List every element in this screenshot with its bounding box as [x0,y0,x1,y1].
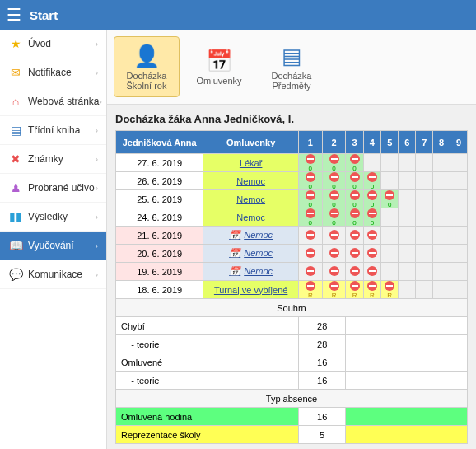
cell-empty [399,172,416,190]
cell [346,263,363,281]
absence-dot [329,172,339,182]
sidebar-item-vyučování[interactable]: 📖Vyučování› [0,232,106,260]
absence-dot [367,190,377,200]
absence-link[interactable]: Nemoc [244,248,273,258]
sidebar-item-úvod[interactable]: ★Úvod› [0,30,106,58]
table-row: 20. 6. 2019📅Nemoc [116,245,468,263]
sidebar-item-label: Webová stránka [28,96,100,107]
col-hour: 9 [450,131,468,154]
sidebar-icon: ▮▮ [8,210,23,223]
absence-link[interactable]: Nemoc [236,213,265,222]
summary-value: 28 [298,335,345,353]
sidebar-item-label: Notifikace [28,67,72,78]
toolbar-btn-2[interactable]: ▤Docházka Předměty [259,36,324,97]
absence-cell[interactable]: 📅Nemoc [203,227,299,245]
table-row: 27. 6. 2019Lékař000 [116,154,468,172]
sidebar-item-třídní-kniha[interactable]: ▤Třídní kniha› [0,116,106,145]
absence-link[interactable]: Nemoc [244,230,273,240]
sidebar-item-komunikace[interactable]: 💬Komunikace› [0,260,106,289]
absence-link[interactable]: Nemoc [244,266,273,276]
cell [363,227,380,245]
absence-cell[interactable]: Nemoc [203,208,299,227]
legend-row: Reprezentace školy5 [116,426,468,444]
cell: 0 [298,172,322,190]
absence-dot [350,208,360,218]
cell-empty [416,245,433,263]
absence-link[interactable]: Turnaj ve vybíjené [214,285,287,295]
summary-label: Chybí [116,317,299,335]
absence-link[interactable]: Lékař [240,158,263,168]
cell-empty [399,227,416,245]
summary-row: Chybí28 [116,317,468,335]
cell [363,263,380,281]
legend-value: 16 [298,408,345,426]
cell-empty [399,245,416,263]
menu-icon[interactable]: ☰ [7,5,21,25]
chevron-right-icon: › [96,241,98,250]
cell [322,227,346,245]
cell: R [381,281,399,299]
chevron-right-icon: › [96,40,98,49]
summary-row: - teorie28 [116,335,468,353]
absence-dot [367,281,377,291]
absence-cell[interactable]: Lékař [203,154,299,172]
cell-empty [450,190,468,208]
cell-empty [433,245,450,263]
absence-dot [385,190,394,200]
cell: 0 [322,172,346,190]
cell-empty [381,172,399,190]
legend-value: 5 [298,426,345,444]
absence-dot [306,172,315,182]
summary-row: Omluvené16 [116,353,468,372]
cell: 0 [346,190,363,208]
attendance-table: Jedničková AnnaOmluvenky123456789 27. 6.… [115,130,468,444]
absence-cell[interactable]: Nemoc [203,190,299,208]
cell: 0 [363,190,380,208]
cell: 0 [381,190,399,208]
absence-link[interactable]: Nemoc [236,194,265,204]
cell-empty [399,281,416,299]
absence-dot [306,248,315,258]
sidebar-item-label: Výsledky [28,211,68,222]
cell-empty [416,227,433,245]
summary-label: Omluvené [116,353,299,372]
cell-empty [381,263,399,281]
chevron-right-icon: › [96,184,98,193]
absence-link[interactable]: Nemoc [236,176,265,186]
date-cell: 19. 6. 2019 [116,263,203,281]
chevron-right-icon: › [96,68,98,77]
summary-header: Souhrn [116,299,468,317]
col-om: Omluvenky [203,131,299,154]
summary-pad [346,335,468,353]
sidebar-item-webová-stránka[interactable]: ⌂Webová stránka› [0,87,106,116]
cell-empty [450,245,468,263]
absence-dot [329,154,339,164]
absence-cell[interactable]: Nemoc [203,172,299,190]
absence-cell[interactable]: 📅Nemoc [203,245,299,263]
toolbar-btn-0[interactable]: 👤Docházka Školní rok [114,36,180,97]
sidebar-item-známky[interactable]: ✖Známky› [0,145,106,174]
sidebar-item-label: Probrané učivo [28,182,95,194]
sidebar-item-výsledky[interactable]: ▮▮Výsledky› [0,203,106,232]
table-row: 18. 6. 2019Turnaj ve vybíjenéRRRRR [116,281,468,299]
cell: 0 [298,208,322,227]
absence-cell[interactable]: 📅Nemoc [203,263,299,281]
sidebar: ★Úvod›✉Notifikace›⌂Webová stránka›▤Třídn… [0,30,107,449]
table-row: 19. 6. 2019📅Nemoc [116,263,468,281]
toolbar: 👤Docházka Školní rok📅Omluvenky▤Docházka … [107,30,476,105]
type-header: Typ absence [116,390,468,408]
cell-empty [416,190,433,208]
toolbar-label: Omluvenky [196,76,241,86]
sidebar-item-notifikace[interactable]: ✉Notifikace› [0,58,106,87]
toolbar-btn-1[interactable]: 📅Omluvenky [186,36,252,97]
sidebar-item-probrané-učivo[interactable]: ♟Probrané učivo› [0,174,106,203]
cell-empty [381,227,399,245]
cell-empty [433,227,450,245]
cell: 0 [363,208,380,227]
cell-empty [416,208,433,227]
cell: R [346,281,363,299]
cell [298,263,322,281]
chevron-right-icon: › [96,126,98,135]
absence-cell[interactable]: Turnaj ve vybíjené [203,281,299,299]
col-hour: 1 [298,131,322,154]
